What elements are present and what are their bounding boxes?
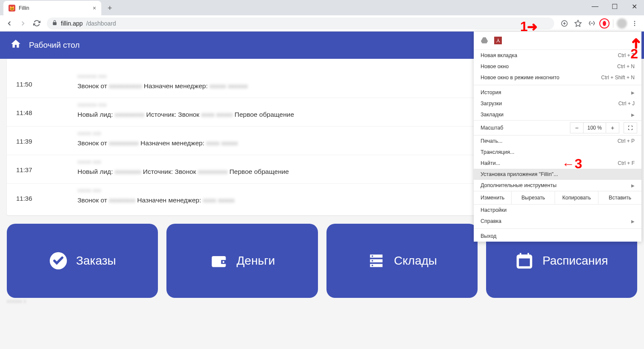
extension-recycle-icon[interactable]	[586, 17, 598, 29]
tile-label: Расписания	[542, 254, 608, 268]
toolbar-icons	[558, 17, 641, 29]
back-button[interactable]	[3, 17, 15, 29]
storage-icon	[367, 251, 386, 270]
new-tab-button[interactable]: +	[104, 2, 116, 14]
separator	[613, 19, 613, 28]
calendar-icon	[515, 251, 534, 270]
menu-downloads[interactable]: ЗагрузкиCtrl + J	[474, 98, 641, 109]
drive-icon[interactable]	[481, 37, 488, 44]
lock-icon	[52, 20, 57, 27]
menu-incognito[interactable]: Новое окно в режиме инкогнитоCtrl + Shif…	[474, 72, 641, 83]
paste-button[interactable]: Вставить	[598, 191, 641, 204]
menu-bookmarks[interactable]: Закладки▶	[474, 109, 641, 120]
zoom-label: Масштаб	[481, 125, 503, 131]
pdf-icon[interactable]: 人	[494, 37, 502, 44]
menu-help[interactable]: Справка▶	[474, 216, 641, 227]
tile-wallet[interactable]: Деньги	[166, 224, 318, 298]
tile-check[interactable]: Заказы	[7, 224, 158, 298]
tile-label: Заказы	[76, 254, 116, 268]
svg-point-11	[372, 255, 373, 257]
annotation-2: 2	[630, 46, 638, 62]
chrome-menu: 人 Новая вкладкаCtrl + T Новое окноCtrl +…	[474, 32, 641, 242]
svg-point-1	[634, 21, 635, 22]
check-icon	[49, 251, 68, 270]
menu-zoom: Масштаб − 100 % +	[474, 120, 641, 136]
menu-more-tools[interactable]: Дополнительные инструменты▶	[474, 180, 641, 191]
maximize-button[interactable]: ☐	[605, 0, 624, 13]
menu-new-window[interactable]: Новое окноCtrl + N	[474, 61, 641, 72]
feed-time: 11:48	[16, 101, 77, 116]
tab-close-icon[interactable]: ×	[93, 5, 96, 12]
forward-button[interactable]	[17, 17, 29, 29]
browser-tab[interactable]: 😺 Fillin ×	[3, 1, 101, 15]
fullscreen-button[interactable]	[624, 122, 637, 133]
menu-find[interactable]: Найти...Ctrl + F	[474, 158, 641, 169]
minimize-button[interactable]: —	[585, 0, 605, 13]
zoom-out-button[interactable]: −	[570, 122, 584, 133]
menu-cast[interactable]: Трансляция...	[474, 147, 641, 158]
separator	[474, 85, 641, 85]
tile-label: Склады	[394, 254, 437, 268]
tab-title: Fillin	[19, 5, 89, 11]
menu-top-icons: 人	[474, 32, 641, 50]
feed-time: 11:50	[16, 73, 77, 88]
edit-label: Изменить	[474, 191, 511, 204]
separator	[474, 228, 641, 229]
profile-avatar[interactable]	[617, 18, 627, 29]
svg-point-12	[372, 260, 373, 262]
svg-point-2	[634, 23, 635, 24]
url-host: fillin.app	[61, 20, 83, 27]
browser-toolbar: fillin.app/dashboard	[0, 15, 644, 32]
wallet-icon	[209, 251, 228, 270]
bookmark-star-icon[interactable]	[572, 17, 584, 29]
menu-install-app[interactable]: Установка приложения "Fillin"...	[474, 169, 641, 180]
menu-settings[interactable]: Настройки	[474, 205, 641, 216]
extension-opera-icon[interactable]	[599, 18, 610, 29]
menu-history[interactable]: История▶	[474, 87, 641, 98]
annotation-3: ←3	[562, 156, 582, 172]
tab-bar: 😺 Fillin × +	[0, 0, 644, 15]
menu-new-tab[interactable]: Новая вкладкаCtrl + T	[474, 50, 641, 61]
feed-time: 11:36	[16, 187, 77, 202]
home-icon[interactable]	[10, 38, 21, 52]
svg-point-3	[634, 25, 635, 26]
url-path: /dashboard	[86, 20, 116, 27]
tile-label: Деньги	[237, 254, 275, 268]
menu-exit[interactable]: Выход	[474, 231, 641, 242]
menu-print[interactable]: Печать...Ctrl + P	[474, 136, 641, 147]
svg-point-13	[372, 265, 373, 266]
favicon-icon: 😺	[9, 5, 15, 12]
menu-edit-row: Изменить Вырезать Копировать Вставить	[474, 191, 641, 205]
menu-dots-icon[interactable]	[629, 17, 641, 29]
copy-button[interactable]: Копировать	[555, 191, 598, 204]
svg-point-7	[222, 261, 224, 263]
annotation-1: 1	[520, 19, 538, 35]
cut-button[interactable]: Вырезать	[511, 191, 555, 204]
reload-button[interactable]	[31, 17, 43, 29]
svg-rect-18	[519, 259, 530, 266]
feed-time: 11:39	[16, 130, 77, 145]
page-title: Рабочий стол	[29, 40, 80, 50]
zoom-in-button[interactable]: +	[606, 122, 619, 133]
window-controls: — ☐ ✕	[585, 0, 644, 13]
tile-storage[interactable]: Склады	[326, 224, 478, 298]
zoom-value: 100 %	[583, 122, 606, 133]
footer-text: xxxxxx x	[7, 298, 26, 304]
install-icon[interactable]	[558, 17, 570, 29]
close-window-button[interactable]: ✕	[624, 0, 644, 13]
feed-time: 11:37	[16, 159, 77, 173]
address-bar[interactable]: fillin.app/dashboard	[47, 17, 554, 29]
